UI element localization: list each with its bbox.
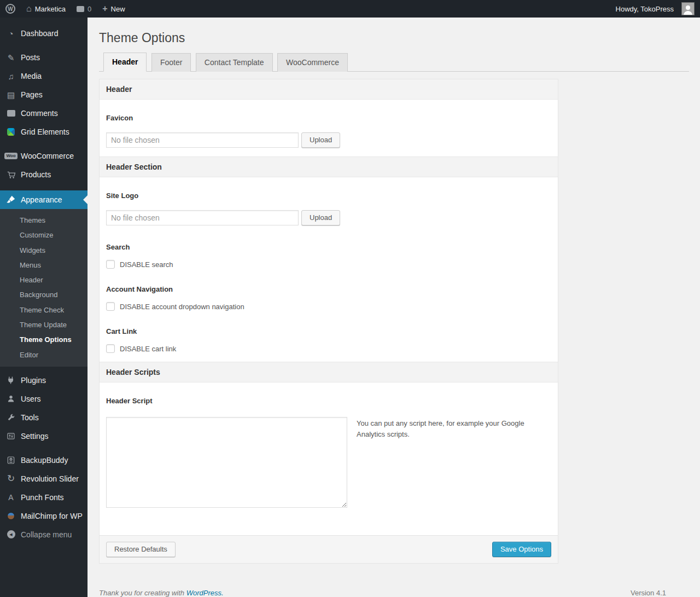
tab-woocommerce[interactable]: WooCommerce: [277, 53, 348, 72]
submenu-item-customize[interactable]: Customize: [0, 228, 88, 242]
header-script-textarea[interactable]: [106, 417, 347, 508]
restore-defaults-button[interactable]: Restore Defaults: [106, 542, 176, 557]
sidebar-item-settings[interactable]: Settings: [0, 427, 88, 445]
footer-version: Version 4.1: [631, 589, 666, 597]
current-menu-arrow-icon: [79, 195, 88, 204]
search-label: Search: [106, 243, 551, 251]
woo-badge-icon: Woo: [5, 153, 17, 159]
dashboard-icon: ◔: [5, 30, 17, 38]
site-logo-file-input[interactable]: [106, 210, 299, 225]
submenu-item-menus[interactable]: Menus: [0, 258, 88, 273]
submenu-item-themes[interactable]: Themes: [0, 213, 88, 228]
sidebar-item-punch-fonts[interactable]: A Punch Fonts: [0, 488, 88, 507]
sidebar-item-dashboard[interactable]: ◔ Dashboard: [0, 24, 88, 43]
menu-separator: [0, 141, 88, 147]
pages-icon: ▤: [5, 91, 17, 99]
submenu-item-editor[interactable]: Editor: [0, 347, 88, 362]
submenu-item-theme-options[interactable]: Theme Options: [0, 332, 88, 347]
sidebar-item-comments[interactable]: Comments: [0, 104, 88, 123]
cart-link-label: Cart Link: [106, 327, 551, 335]
submit-bar: Restore Defaults Save Options: [100, 535, 558, 563]
cart-icon: [5, 170, 17, 179]
avatar: [681, 2, 695, 15]
site-name-link[interactable]: ⌂ Marketica: [21, 0, 71, 18]
sidebar-item-mailchimp[interactable]: MailChimp for WP: [0, 507, 88, 525]
section-header-scripts: Header Scripts: [100, 362, 558, 382]
theme-options-panel: Header Favicon Upload Header Section Sit…: [99, 79, 558, 564]
sidebar-item-backupbuddy[interactable]: BackupBuddy: [0, 451, 88, 470]
save-options-button[interactable]: Save Options: [492, 542, 551, 557]
sliders-icon: [5, 432, 17, 440]
media-icon: ♫: [5, 72, 17, 80]
comment-count: 0: [88, 5, 91, 13]
site-logo-upload-button[interactable]: Upload: [301, 210, 340, 225]
monkey-icon: [5, 512, 17, 520]
sidebar-item-media[interactable]: ♫ Media: [0, 67, 88, 85]
home-icon: ⌂: [26, 4, 32, 13]
sidebar-item-products[interactable]: Products: [0, 165, 88, 184]
favicon-file-input[interactable]: [106, 132, 299, 148]
main-content: Theme Options Header Footer Contact Temp…: [88, 18, 700, 597]
submenu-item-theme-update[interactable]: Theme Update: [0, 317, 88, 332]
sidebar-item-posts[interactable]: ✎ Posts: [0, 48, 88, 67]
page-title: Theme Options: [99, 25, 689, 53]
sidebar-item-appearance[interactable]: Appearance: [0, 190, 88, 209]
sidebar-item-users[interactable]: Users: [0, 390, 88, 408]
brush-icon: [5, 195, 17, 204]
admin-footer: Thank you for creating with WordPress. V…: [88, 564, 683, 597]
tab-footer[interactable]: Footer: [151, 53, 191, 72]
tab-bar: Header Footer Contact Template WooCommer…: [99, 53, 689, 72]
favicon-upload-button[interactable]: Upload: [301, 132, 340, 148]
disable-search-label: DISABLE search: [120, 260, 173, 269]
account-navigation-label: Account Navigation: [106, 285, 551, 293]
comments-shortcut[interactable]: 0: [71, 0, 97, 18]
admin-menu: ◔ Dashboard ✎ Posts ♫ Media ▤ Pages Comm…: [0, 18, 88, 597]
wrench-icon: [5, 413, 17, 422]
howdy-label: Howdy, TokoPress: [616, 5, 674, 13]
menu-separator: [0, 43, 88, 48]
disable-account-dropdown-checkbox[interactable]: [106, 302, 115, 311]
user-icon: [5, 395, 17, 403]
avatar-person-icon: [682, 4, 693, 15]
submenu-item-header[interactable]: Header: [0, 273, 88, 287]
sidebar-item-plugins[interactable]: Plugins: [0, 371, 88, 390]
new-content-menu[interactable]: + New: [97, 0, 130, 18]
header-script-label: Header Script: [106, 397, 551, 405]
submenu-item-widgets[interactable]: Widgets: [0, 243, 88, 258]
admin-bar-left: W ⌂ Marketica 0 + New: [0, 0, 131, 18]
menu-separator: [0, 367, 88, 371]
new-label: New: [111, 5, 125, 13]
sidebar-item-grid-elements[interactable]: Grid Elements: [0, 123, 88, 141]
appearance-submenu: Themes Customize Widgets Menus Header Ba…: [0, 209, 88, 367]
plug-icon: [5, 376, 17, 385]
disable-account-dropdown-label: DISABLE account dropdown navigation: [120, 303, 244, 311]
howdy-account-menu[interactable]: Howdy, TokoPress: [610, 0, 696, 18]
wordpress-logo-icon: W: [5, 4, 15, 14]
sidebar-item-revolution-slider[interactable]: ↻ Revolution Slider: [0, 470, 88, 488]
letter-a-icon: A: [5, 494, 17, 501]
favicon-label: Favicon: [106, 114, 551, 122]
section-header: Header: [100, 79, 558, 100]
admin-bar-right: Howdy, TokoPress: [610, 0, 700, 18]
disable-cart-link-checkbox[interactable]: [106, 344, 115, 353]
wp-logo-menu[interactable]: W: [0, 0, 21, 18]
footer-thanks-text: Thank you for creating with: [99, 589, 184, 597]
disable-search-checkbox[interactable]: [106, 260, 115, 269]
submenu-item-background[interactable]: Background: [0, 287, 88, 302]
submenu-item-theme-check[interactable]: Theme Check: [0, 303, 88, 317]
sidebar-item-woocommerce[interactable]: Woo WooCommerce: [0, 147, 88, 165]
tab-contact-template[interactable]: Contact Template: [196, 53, 273, 72]
wordpress-link[interactable]: WordPress.: [186, 589, 224, 597]
tab-header[interactable]: Header: [103, 53, 147, 72]
admin-bar: W ⌂ Marketica 0 + New Howdy, TokoPress: [0, 0, 700, 18]
disable-cart-link-label: DISABLE cart link: [120, 345, 176, 353]
backup-drive-icon: [5, 456, 17, 465]
grid-pinwheel-icon: [5, 128, 17, 136]
site-logo-label: Site Logo: [106, 192, 551, 200]
sidebar-item-pages[interactable]: ▤ Pages: [0, 85, 88, 104]
collapse-menu-button[interactable]: ◀ Collapse menu: [0, 525, 88, 544]
menu-separator: [0, 184, 88, 190]
plus-icon: +: [102, 4, 107, 13]
sidebar-item-tools[interactable]: Tools: [0, 408, 88, 427]
footer-thanks: Thank you for creating with WordPress.: [99, 589, 224, 597]
